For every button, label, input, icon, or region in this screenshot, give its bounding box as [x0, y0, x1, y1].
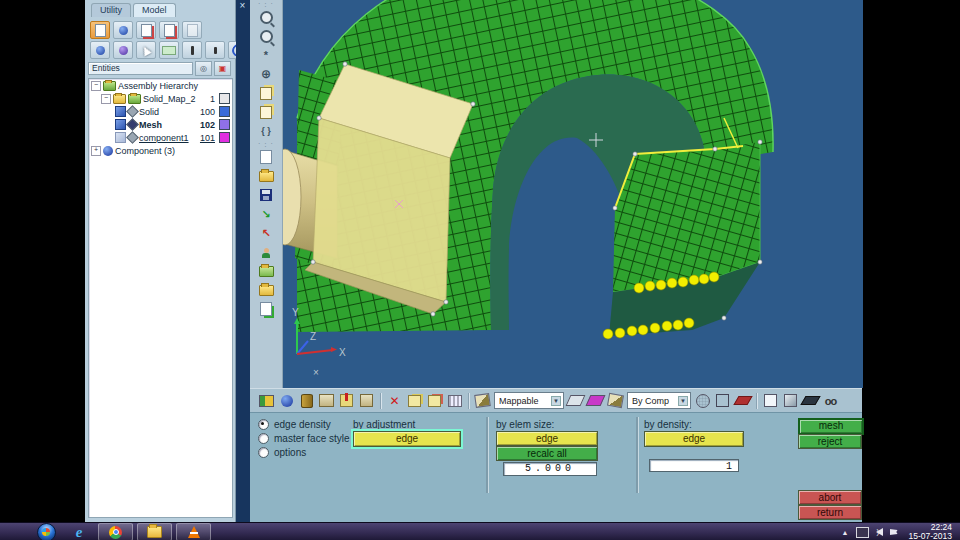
mappable-brush-icon[interactable] [474, 393, 491, 409]
tree-row-root[interactable]: − Assembly Hierarchy [89, 79, 232, 92]
radio-master-face-style[interactable]: master face style [258, 433, 350, 444]
density-edge-button[interactable]: edge [644, 431, 744, 447]
zoom-window-icon[interactable] [257, 28, 275, 44]
zoom-icon[interactable] [257, 9, 275, 25]
file-run-icon[interactable] [257, 301, 275, 317]
pin-tool-icon[interactable] [338, 393, 355, 409]
abort-button[interactable]: abort [798, 490, 862, 505]
elemsize-edge-button[interactable]: edge [496, 431, 598, 446]
chevron-down-icon[interactable]: ▼ [678, 396, 688, 406]
glasses-icon[interactable]: oo [822, 393, 839, 409]
field-icon[interactable] [159, 41, 179, 59]
mesh-button[interactable]: mesh [798, 418, 864, 435]
color-mode-dropdown[interactable]: By Comp ▼ [627, 392, 691, 409]
bycomp-brush-icon[interactable] [607, 393, 624, 409]
user-profile-icon[interactable] [257, 244, 275, 260]
tree-row-component-group[interactable]: + Component (3) [89, 144, 232, 157]
mappable-dropdown[interactable]: Mappable ▼ [494, 392, 564, 409]
folder-export-icon[interactable] [257, 282, 275, 298]
color-swatch[interactable] [219, 132, 230, 143]
folder-import-icon[interactable] [257, 263, 275, 279]
pin-icon[interactable] [182, 41, 202, 59]
pan-view-icon[interactable]: ⊕ [257, 66, 275, 82]
paste-view-icon[interactable] [257, 104, 275, 120]
pointer-icon[interactable] [136, 41, 156, 59]
card-image-icon[interactable] [318, 393, 335, 409]
color-swatch[interactable] [219, 93, 230, 104]
collapse-icon[interactable]: − [91, 81, 101, 91]
display-tray-icon[interactable] [856, 527, 869, 538]
shaded-cube-icon[interactable] [782, 393, 799, 409]
elem-size-input[interactable]: 5.000 [503, 462, 597, 476]
recalc-all-button[interactable]: recalc all [496, 446, 598, 461]
sphere-view-icon[interactable] [90, 41, 110, 59]
toolbar-grip[interactable]: · · · · [258, 142, 274, 146]
export-arrow-icon[interactable]: ↖ [257, 225, 275, 241]
taskbar-ie-button[interactable]: e [64, 524, 94, 540]
tree-row-solid[interactable]: Solid 100 [89, 105, 232, 118]
collapse-icon[interactable]: − [101, 94, 111, 104]
barrel-icon[interactable] [298, 393, 315, 409]
radio-edge-density[interactable]: edge density [258, 419, 331, 430]
sphere-icon[interactable] [278, 393, 295, 409]
delete-icon[interactable]: ✕ [386, 393, 403, 409]
plane-outline-icon[interactable] [567, 393, 584, 409]
chevron-down-icon[interactable]: ▼ [551, 396, 561, 406]
tree-config-icon[interactable]: ▣ [214, 61, 231, 76]
blank-page-icon[interactable] [182, 21, 202, 39]
adjustment-edge-button[interactable]: edge [353, 431, 461, 447]
tab-utility[interactable]: Utility [91, 3, 131, 17]
tree-row-solidmap[interactable]: − Solid_Map_2 1 [89, 92, 232, 105]
radio-icon[interactable] [258, 447, 269, 458]
tab-model[interactable]: Model [133, 3, 176, 17]
reject-button[interactable]: reject [798, 434, 862, 449]
duplicate-icon[interactable] [406, 393, 423, 409]
action-center-flag-icon[interactable] [890, 529, 898, 535]
volume-tray-icon[interactable] [876, 528, 883, 536]
collectors-icon[interactable] [258, 393, 275, 409]
mesh-sphere-icon[interactable] [694, 393, 711, 409]
taskbar-clock[interactable]: 22:24 15-07-2013 [905, 523, 952, 540]
rotate-view-icon[interactable]: * [257, 47, 275, 63]
mesh-cube-icon[interactable] [714, 393, 731, 409]
shell-element-icon[interactable] [802, 393, 819, 409]
color-swatch[interactable] [219, 119, 230, 130]
expand-icon[interactable]: + [91, 146, 101, 156]
tree-row-mesh[interactable]: Mesh 102 [89, 118, 232, 131]
taskbar-vlc-button[interactable] [176, 523, 211, 540]
right-leg-mesh[interactable] [613, 142, 760, 292]
import-arrow-icon[interactable]: ↘ [257, 206, 275, 222]
start-button[interactable] [37, 523, 56, 540]
export-model-icon[interactable] [159, 21, 179, 39]
tray-expand-icon[interactable]: ▲ [842, 529, 849, 536]
density-input[interactable]: 1 [649, 459, 739, 472]
new-session-icon[interactable] [90, 21, 110, 39]
note-page-icon[interactable] [257, 149, 275, 165]
taskbar-chrome-button[interactable] [98, 523, 133, 540]
pin-alt-icon[interactable] [205, 41, 225, 59]
braces-icon[interactable]: { } [257, 123, 275, 139]
color-swatch[interactable] [219, 106, 230, 117]
save-file-icon[interactable] [257, 187, 275, 203]
panel-divider[interactable] [236, 0, 250, 522]
radio-icon[interactable] [258, 419, 269, 430]
plane-shaded-icon[interactable] [587, 393, 604, 409]
renumber-icon[interactable] [446, 393, 463, 409]
graphics-viewport[interactable]: Y Z X × [283, 0, 863, 388]
copy-view-icon[interactable] [257, 85, 275, 101]
return-button[interactable]: return [798, 505, 862, 520]
model-canvas[interactable]: Y Z X × [283, 0, 863, 388]
mesh-sphere-icon[interactable] [113, 41, 133, 59]
open-folder-icon[interactable] [257, 168, 275, 184]
tree-row-component1[interactable]: component1 101 [89, 131, 232, 144]
flat-element-icon[interactable] [734, 393, 751, 409]
wireframe-cube-icon[interactable] [762, 393, 779, 409]
toolbar-grip[interactable]: · · · · [258, 2, 274, 6]
selector-icon[interactable] [358, 393, 375, 409]
import-model-icon[interactable] [136, 21, 156, 39]
tree-filter-icon[interactable]: ◎ [195, 61, 212, 76]
radio-icon[interactable] [258, 433, 269, 444]
close-icon[interactable]: × [237, 1, 248, 12]
open-model-icon[interactable] [113, 21, 133, 39]
taskbar-explorer-button[interactable] [137, 523, 172, 540]
